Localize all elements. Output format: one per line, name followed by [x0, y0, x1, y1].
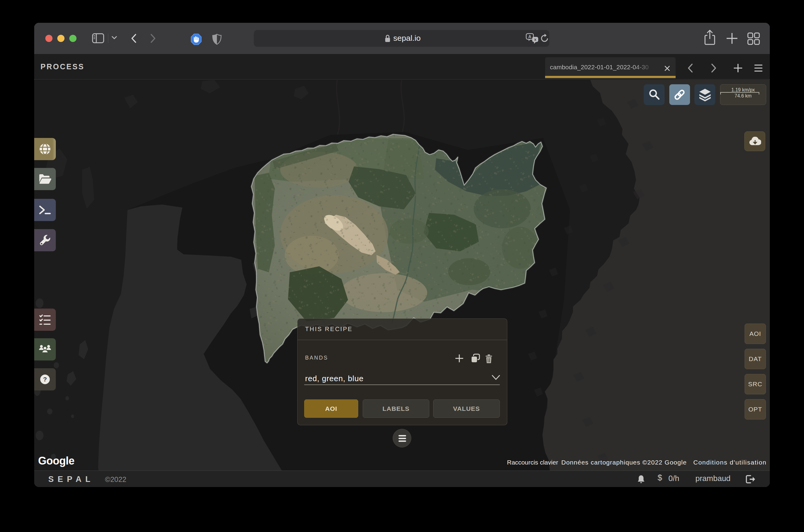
svg-text:?: ?: [43, 376, 47, 383]
svg-text:x: x: [534, 37, 537, 42]
svg-text:A: A: [528, 34, 531, 39]
